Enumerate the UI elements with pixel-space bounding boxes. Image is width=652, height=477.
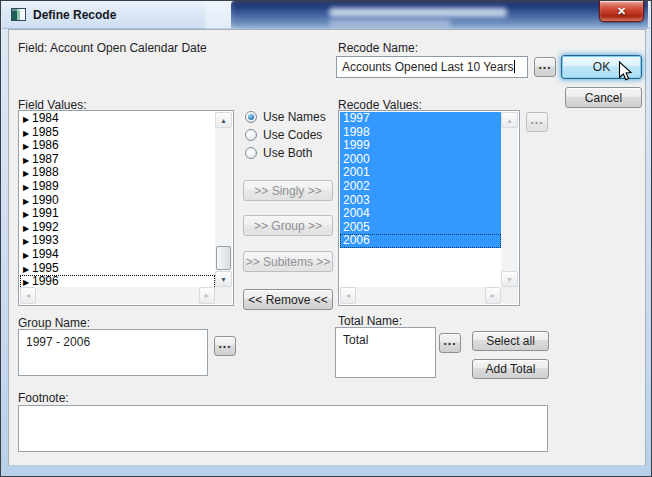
recode-values-list-item[interactable]: 2003 [340,194,501,208]
field-values-vertical-scrollbar[interactable]: ▲ ▼ [215,112,232,287]
field-values-list-item[interactable]: ▶1990 [20,194,215,208]
scroll-up-icon[interactable]: ▲ [215,112,232,128]
footnote-input[interactable] [18,405,548,452]
subitems-button[interactable]: >> Subitems >> [243,251,333,272]
scroll-right-icon[interactable]: ► [199,287,215,304]
field-values-list[interactable]: ▶1984▶1985▶1986▶1987▶1988▶1989▶1990▶1991… [18,110,234,306]
recode-values-vertical-scrollbar[interactable]: ▲ ▼ [501,112,518,287]
recode-values-list-item[interactable]: 2006 [340,234,501,248]
recode-values-list-item[interactable]: 2005 [340,221,501,235]
radio-label: Use Codes [263,128,322,142]
group-name-input[interactable]: 1997 - 2006 [18,329,208,376]
field-values-list-item[interactable]: ▶1993 [20,234,215,248]
background-window-edge [205,1,232,29]
field-values-list-item[interactable]: ▶1996 [20,275,215,287]
footnote-label: Footnote: [18,391,69,405]
expand-arrow-icon[interactable]: ▶ [23,235,32,249]
use-option-radio[interactable]: Use Both [245,144,335,162]
expand-arrow-icon[interactable]: ▶ [23,113,32,127]
title-bar[interactable]: Define Recode ✕ [2,1,650,29]
background-window-blurred-subtitle [329,20,451,27]
recode-values-list-item[interactable]: 1999 [340,139,501,153]
window-title: Define Recode [33,8,116,22]
expand-arrow-icon[interactable]: ▶ [23,127,32,141]
radio-label: Use Both [263,146,312,160]
scroll-down-icon[interactable]: ▼ [215,271,232,287]
select-all-button[interactable]: Select all [472,331,549,351]
close-icon: ✕ [617,5,626,18]
expand-arrow-icon[interactable]: ▶ [23,154,32,168]
define-recode-dialog: Define Recode ✕ Field: Account Open Cale… [0,0,652,477]
scroll-left-icon[interactable]: ◄ [340,287,356,304]
expand-arrow-icon[interactable]: ▶ [23,195,32,209]
radio-icon[interactable] [245,111,257,123]
app-icon [11,8,26,21]
field-info-label: Field: Account Open Calendar Date [18,41,207,55]
recode-values-list-item[interactable]: 2000 [340,153,501,167]
radio-label: Use Names [263,110,326,124]
ok-button[interactable]: OK [561,55,642,79]
total-name-browse-button[interactable]: ... [439,333,461,353]
expand-arrow-icon[interactable]: ▶ [23,208,32,222]
recode-values-list-item[interactable]: 2004 [340,207,501,221]
recode-values-list-item[interactable]: 2002 [340,180,501,194]
close-button[interactable]: ✕ [599,1,644,22]
field-values-list-item[interactable]: ▶1985 [20,126,215,140]
recode-name-browse-button[interactable]: ... [534,57,556,77]
scroll-down-icon[interactable]: ▼ [501,271,518,287]
field-values-list-item[interactable]: ▶1995 [20,262,215,276]
expand-arrow-icon[interactable]: ▶ [23,167,32,181]
expand-arrow-icon[interactable]: ▶ [23,140,32,154]
recode-name-label: Recode Name: [338,41,418,55]
field-values-list-item[interactable]: ▶1989 [20,180,215,194]
field-values-list-item[interactable]: ▶1987 [20,153,215,167]
singly-button[interactable]: >> Singly >> [243,180,333,201]
field-values-list-item[interactable]: ▶1991 [20,207,215,221]
group-name-label: Group Name: [18,316,90,330]
scroll-right-icon[interactable]: ► [485,287,501,304]
field-values-list-item[interactable]: ▶1988 [20,166,215,180]
expand-arrow-icon[interactable]: ▶ [23,276,32,287]
total-name-label: Total Name: [338,314,402,328]
scroll-up-icon[interactable]: ▲ [501,112,518,128]
remove-button[interactable]: << Remove << [243,289,333,310]
recode-values-list-item[interactable]: 1997 [340,112,501,126]
scroll-left-icon[interactable]: ◄ [20,287,36,304]
expand-arrow-icon[interactable]: ▶ [23,181,32,195]
recode-values-horizontal-scrollbar[interactable]: ◄ ► [340,287,501,304]
recode-values-list-item[interactable]: 2001 [340,166,501,180]
add-total-button[interactable]: Add Total [472,359,549,379]
group-name-browse-button[interactable]: ... [214,336,236,356]
background-window-titlebar [231,1,648,29]
recode-name-input[interactable]: Accounts Opened Last 10 Years [336,56,528,78]
group-button[interactable]: >> Group >> [243,215,333,236]
field-values-list-item[interactable]: ▶1984 [20,112,215,126]
radio-icon[interactable] [245,129,257,141]
text-caret [514,60,515,73]
expand-arrow-icon[interactable]: ▶ [23,263,32,277]
background-window-blurred-title [329,8,507,17]
expand-arrow-icon[interactable]: ▶ [23,249,32,263]
recode-values-list[interactable]: 1997199819992000200120022003200420052006… [338,110,520,306]
field-values-list-item[interactable]: ▶1994 [20,248,215,262]
scrollbar-corner [501,287,518,304]
expand-arrow-icon[interactable]: ▶ [23,222,32,236]
radio-icon[interactable] [245,147,257,159]
field-values-list-item[interactable]: ▶1986 [20,139,215,153]
cancel-button[interactable]: Cancel [565,87,642,108]
field-values-list-item[interactable]: ▶1992 [20,221,215,235]
recode-values-browse-button[interactable]: ... [526,112,548,132]
scrollbar-corner [215,287,232,304]
recode-values-list-item[interactable]: 1998 [340,126,501,140]
scrollbar-thumb[interactable] [216,246,231,270]
use-option-radio[interactable]: Use Codes [245,126,335,144]
use-option-radio[interactable]: Use Names [245,108,335,126]
total-name-input[interactable]: Total [335,327,436,378]
field-values-horizontal-scrollbar[interactable]: ◄ ► [20,287,215,304]
dialog-body: Field: Account Open Calendar Date Recode… [8,29,646,466]
